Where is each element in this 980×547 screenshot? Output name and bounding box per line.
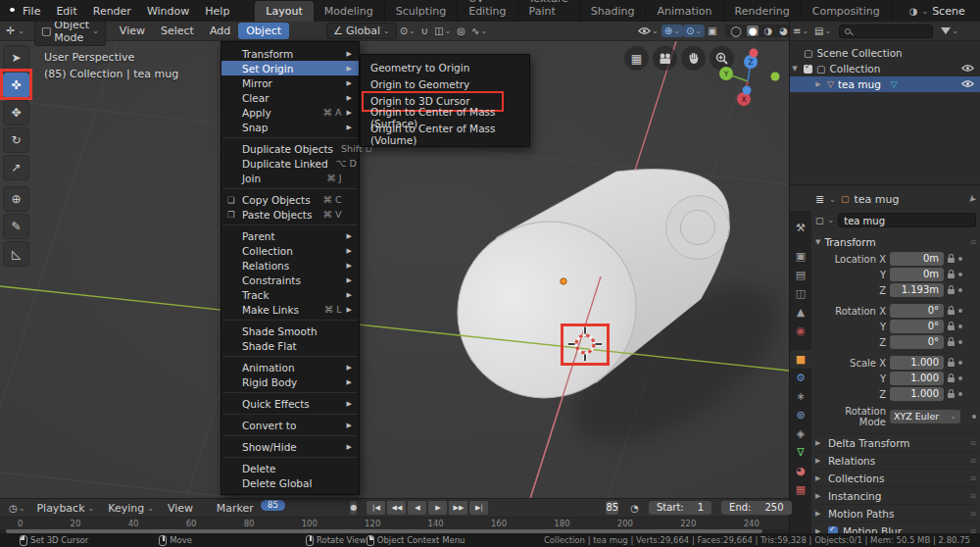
- animate-dot[interactable]: [958, 257, 962, 261]
- scene-tab[interactable]: ▲: [790, 303, 811, 322]
- stopwatch-icon[interactable]: ◔: [630, 503, 639, 514]
- topbar-menu-item[interactable]: Window: [139, 2, 197, 21]
- viewport-menu-item[interactable]: Object: [238, 23, 289, 39]
- data-tab[interactable]: ∇: [790, 443, 811, 462]
- rotate-tool[interactable]: ↻: [3, 127, 29, 153]
- modifiers-tab[interactable]: ⚙: [790, 369, 811, 387]
- orientation-dropdown[interactable]: ∠Global⌄: [326, 23, 397, 39]
- submenu-item[interactable]: Origin to Geometry: [361, 75, 529, 92]
- falloff-dropdown[interactable]: ∿⌄: [468, 25, 490, 37]
- pan-hand-icon[interactable]: [681, 46, 706, 71]
- animate-dot[interactable]: [972, 415, 976, 419]
- object-menu-item[interactable]: Apply ⌘ A: [221, 105, 359, 120]
- object-menu-item[interactable]: Track: [221, 287, 359, 302]
- panel-header[interactable]: Delta Transform: [815, 433, 976, 451]
- workspace-tab[interactable]: UV Editing: [458, 0, 517, 22]
- value-field[interactable]: 1.193m: [890, 283, 944, 297]
- object-menu-item[interactable]: Snap: [221, 120, 359, 134]
- submenu-item[interactable]: Origin to Center of Mass (Volume): [361, 125, 529, 142]
- object-menu-item[interactable]: [222, 137, 358, 138]
- panel-drag-handle[interactable]: [969, 491, 976, 501]
- object-menu-item[interactable]: Shade Flat: [221, 338, 359, 353]
- collection-checkbox[interactable]: [804, 65, 812, 74]
- animate-dot[interactable]: [958, 309, 962, 313]
- expand-arrow-icon[interactable]: ▶: [813, 80, 823, 88]
- panel-header[interactable]: Collections: [815, 469, 976, 486]
- pivot-point-button[interactable]: ⊙⌄: [397, 25, 418, 37]
- constraints-tab[interactable]: ◈: [790, 424, 811, 443]
- object-menu-item[interactable]: Convert to: [221, 418, 359, 432]
- object-menu-item[interactable]: Mirror: [221, 75, 359, 90]
- timeline-ruler[interactable]: 020406080100120140160180200220240: [0, 517, 789, 529]
- animate-dot[interactable]: [958, 288, 962, 292]
- properties-editor-icon[interactable]: ≣: [815, 193, 824, 206]
- particles-tab[interactable]: ∗: [790, 387, 811, 406]
- object-menu-item[interactable]: Delete Global: [221, 475, 359, 490]
- snap-toggle[interactable]: ∪: [418, 25, 431, 37]
- value-field[interactable]: 0°: [890, 320, 944, 333]
- object-menu-item[interactable]: [222, 320, 358, 321]
- value-field[interactable]: 1.000: [890, 356, 944, 370]
- move-tool[interactable]: ✥: [3, 100, 29, 125]
- shading-mode-button[interactable]: ●: [747, 25, 760, 36]
- workspace-tab[interactable]: Animation: [646, 1, 723, 22]
- object-menu-item[interactable]: [222, 435, 358, 436]
- show-overlays-toggle[interactable]: ⊙⌄: [683, 25, 705, 37]
- viewport-menu-item[interactable]: View: [112, 23, 153, 39]
- panel-header[interactable]: Relations: [815, 451, 976, 469]
- object-name-field[interactable]: tea mug: [838, 213, 976, 227]
- timeline-editor-button[interactable]: ◷⌄: [6, 502, 27, 515]
- object-menu-item[interactable]: Relations: [221, 258, 359, 273]
- transport-button[interactable]: ◀◀: [387, 501, 406, 515]
- tweak-select-tool[interactable]: ➤: [3, 45, 29, 71]
- proportional-edit-toggle[interactable]: ◎: [454, 25, 468, 37]
- value-field[interactable]: 1.000: [890, 372, 944, 385]
- auto-key-record-button[interactable]: ●: [350, 501, 357, 515]
- workspace-tab[interactable]: Sculpting: [385, 1, 458, 22]
- panel-drag-handle[interactable]: [969, 237, 976, 247]
- transform-tool[interactable]: ⊕: [3, 186, 29, 212]
- panel-drag-handle[interactable]: [969, 509, 976, 519]
- workspace-tab[interactable]: Texture Paint: [518, 0, 580, 22]
- object-menu-item[interactable]: Duplicate Linked ⌥ D: [221, 156, 359, 171]
- timeline-menu-item[interactable]: Playback⌄: [29, 502, 101, 515]
- animate-dot[interactable]: [958, 392, 962, 396]
- snap-settings[interactable]: ◫⌄: [431, 25, 454, 37]
- output-tab[interactable]: ▤: [790, 266, 811, 284]
- object-menu-item[interactable]: Set Origin: [221, 61, 359, 75]
- value-field[interactable]: 0m: [890, 252, 944, 266]
- measure-tool[interactable]: ◺: [3, 241, 29, 267]
- lock-icon[interactable]: [948, 310, 955, 315]
- value-field[interactable]: 0m: [890, 268, 944, 281]
- outliner-row-collection[interactable]: ▼ ▢ Collection: [790, 61, 980, 76]
- value-field[interactable]: 0°: [890, 304, 944, 318]
- viewport-menu-item[interactable]: Select: [153, 23, 202, 39]
- frame-end-field[interactable]: End:250: [721, 501, 791, 515]
- lock-icon[interactable]: [948, 258, 955, 263]
- transform-panel-header[interactable]: Transform: [815, 233, 976, 251]
- submenu-item[interactable]: Geometry to Origin: [361, 59, 529, 75]
- lock-icon[interactable]: [948, 341, 955, 346]
- animate-dot[interactable]: [958, 324, 962, 328]
- object-menu-item[interactable]: Collection: [221, 243, 359, 258]
- object-menu-item[interactable]: Join ⌘ J: [221, 171, 359, 185]
- topbar-menu-item[interactable]: Help: [197, 2, 237, 21]
- render-tab[interactable]: ▣: [790, 247, 811, 266]
- object-menu-item[interactable]: [222, 392, 358, 393]
- transport-button[interactable]: |◀: [367, 501, 385, 515]
- viewport-menu-item[interactable]: Add: [202, 23, 238, 39]
- transport-button[interactable]: ▶: [428, 501, 447, 515]
- object-menu-item[interactable]: Parent: [221, 228, 359, 243]
- object-menu-item[interactable]: Shade Smooth: [221, 323, 359, 338]
- panel-drag-handle[interactable]: [969, 473, 976, 483]
- object-menu-item[interactable]: Delete: [221, 461, 359, 475]
- shading-mode-button[interactable]: ◕: [777, 25, 790, 36]
- animate-dot[interactable]: [958, 376, 962, 380]
- scene-selector[interactable]: ◑⌄ Scene ❏ ×: [909, 5, 980, 18]
- gizmo-neg-z-ball[interactable]: [743, 86, 752, 95]
- object-menu-item[interactable]: [222, 414, 358, 415]
- physics-tab[interactable]: ⊚: [790, 406, 811, 424]
- navigation-gizmo[interactable]: Y Z X: [718, 47, 783, 112]
- object-menu-item[interactable]: Show/Hide: [221, 439, 359, 454]
- workspace-tab[interactable]: Compositing: [802, 1, 892, 22]
